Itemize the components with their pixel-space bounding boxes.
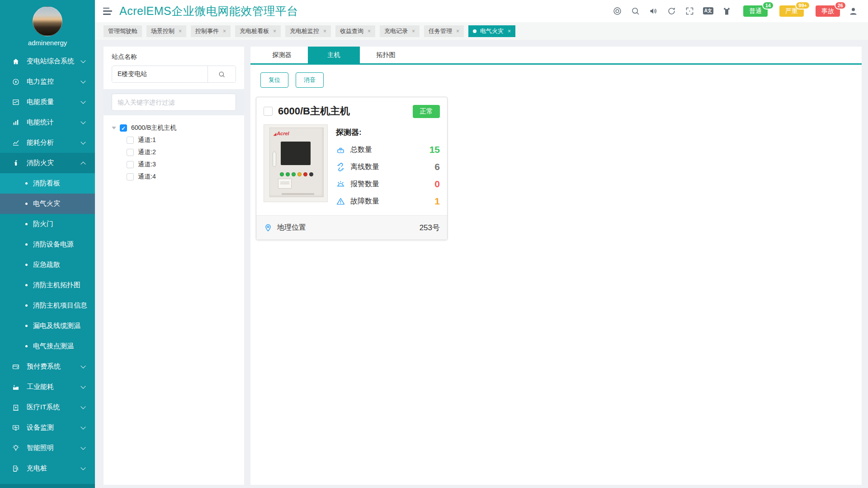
host-card-footer: 地理位置 253号	[256, 215, 447, 240]
sidebar-subitem-label: 应急疏散	[33, 261, 60, 269]
sidebar-subitem[interactable]: 消防看板	[0, 173, 95, 194]
metrics-section-label: 探测器:	[336, 127, 440, 137]
sidebar-item-medical[interactable]: 医疗IT系统	[0, 397, 95, 417]
metric-row: 总数量15	[336, 141, 440, 158]
tree-child-label: 通道:2	[138, 148, 156, 156]
sidebar-subitem[interactable]: 防火门	[0, 214, 95, 234]
sidebar-item-home[interactable]: 变电站综合系统	[0, 51, 95, 71]
lifebuoy-icon[interactable]	[613, 6, 622, 16]
tree-filter-input[interactable]	[112, 94, 236, 111]
sidebar-submenu: 消防看板电气火灾防火门消防设备电源应急疏散消防主机拓扑图消防主机项目信息漏电及线…	[0, 173, 95, 356]
metric-row: 故障数量1	[336, 193, 440, 210]
avatar[interactable]	[33, 6, 62, 36]
toolbar: 复位消音	[250, 65, 862, 88]
tree-root-checkbox[interactable]: ✓	[120, 124, 127, 132]
industry-icon	[12, 383, 20, 391]
sidebar-subitem[interactable]: 应急疏散	[0, 255, 95, 275]
location-pin-icon	[264, 223, 273, 232]
sidebar-subitem[interactable]: 电气接点测温	[0, 336, 95, 356]
tab-close-icon[interactable]: ×	[368, 28, 371, 34]
metric-value: 6	[434, 161, 440, 172]
sidebar-item-quality[interactable]: 电能质量	[0, 92, 95, 112]
sidebar-item-power[interactable]: 电力监控	[0, 71, 95, 92]
tree-expand-caret-icon[interactable]	[112, 127, 116, 129]
page-tab-7[interactable]: 充电记录×	[380, 25, 420, 37]
tab-close-icon[interactable]: ×	[508, 28, 511, 34]
content-area: 站点名称 ✓ 6000/B主机主机 通道:1通道:2通道:	[95, 40, 868, 488]
sidebar: adminenergy 变电站综合系统电力监控电能质量电能统计能耗分析消防火灾消…	[0, 0, 95, 488]
page-tab-3[interactable]: 控制事件×	[191, 25, 231, 37]
tab-close-icon[interactable]: ×	[223, 28, 226, 34]
menu-toggle-icon[interactable]	[103, 8, 112, 15]
tab-close-icon[interactable]: ×	[273, 28, 276, 34]
tab-close-icon[interactable]: ×	[179, 28, 182, 34]
refresh-icon[interactable]	[667, 6, 676, 16]
sidebar-subitem[interactable]: 电气火灾	[0, 194, 95, 214]
chevron-up-icon	[80, 161, 85, 166]
metric-label: 故障数量	[350, 197, 379, 206]
translate-icon[interactable]: A文	[703, 7, 713, 14]
tree-child-checkbox[interactable]	[127, 137, 134, 144]
page-tab-5[interactable]: 充电桩监控×	[285, 25, 331, 37]
host-card-checkbox[interactable]	[264, 107, 273, 116]
tree-child-row[interactable]: 通道:4	[112, 171, 236, 183]
medical-icon	[12, 403, 20, 412]
page-tab-8[interactable]: 任务管理×	[424, 25, 464, 37]
tree-child-checkbox[interactable]	[127, 149, 134, 156]
alert-chip-1[interactable]: 普通14	[743, 5, 768, 17]
page-tab-2[interactable]: 场景控制×	[146, 25, 186, 37]
app-title: AcrelEMS企业微电网能效管理平台	[119, 4, 298, 19]
sidebar-item-device[interactable]: 设备监测	[0, 417, 95, 438]
toolbar-button[interactable]: 复位	[260, 72, 288, 88]
tree-child-checkbox[interactable]	[127, 173, 134, 180]
page-tab-9[interactable]: 电气火灾×	[468, 25, 515, 37]
tree-root-row[interactable]: ✓ 6000/B主机主机	[112, 122, 236, 134]
alert-chip-3[interactable]: 事故26	[816, 5, 840, 17]
detail-tab[interactable]: 探测器	[256, 47, 308, 63]
sidebar-subitem-label: 电气接点测温	[33, 342, 74, 351]
fullscreen-icon[interactable]	[685, 6, 694, 16]
sidebar-item-stats[interactable]: 电能统计	[0, 112, 95, 133]
tab-close-icon[interactable]: ×	[323, 28, 326, 34]
alert-chip-2[interactable]: 严重99+	[779, 5, 804, 17]
sidebar-subitem[interactable]: 消防设备电源	[0, 234, 95, 255]
detail-tab[interactable]: 拓扑图	[360, 47, 412, 63]
detail-tabs: 探测器主机拓扑图	[250, 47, 862, 65]
sidebar-item-label: 预付费系统	[27, 362, 81, 371]
sidebar-item-label: 变电站综合系统	[27, 57, 81, 66]
tree-children: 通道:1通道:2通道:3通道:4	[112, 134, 236, 183]
theme-icon[interactable]	[722, 6, 731, 16]
user-icon[interactable]	[849, 6, 858, 16]
offline-icon	[336, 162, 345, 172]
sidebar-subitem-label: 电气火灾	[33, 199, 60, 208]
sidebar-item-industry[interactable]: 工业能耗	[0, 377, 95, 397]
tree-child-checkbox[interactable]	[127, 161, 134, 168]
sidebar-item-charger[interactable]: 充电桩	[0, 458, 95, 479]
volume-icon[interactable]	[649, 6, 658, 16]
sidebar-subitem[interactable]: 漏电及线缆测温	[0, 316, 95, 336]
sidebar-subitem-label: 消防主机拓扑图	[33, 281, 80, 289]
tree-child-row[interactable]: 通道:2	[112, 146, 236, 158]
host-card-body: Acrel	[256, 123, 447, 215]
site-search-button[interactable]	[208, 66, 236, 82]
page-tab-4[interactable]: 充电桩看板×	[235, 25, 281, 37]
toolbar-button[interactable]: 消音	[296, 72, 324, 88]
site-search-input[interactable]	[112, 66, 208, 82]
sidebar-footer-strip	[0, 484, 95, 488]
sidebar-item-analysis[interactable]: 能耗分析	[0, 133, 95, 153]
detail-tab[interactable]: 主机	[308, 47, 360, 63]
sidebar-subitem[interactable]: 消防主机项目信息	[0, 295, 95, 316]
sidebar-item-fire[interactable]: 消防火灾	[0, 153, 95, 173]
sidebar-item-light[interactable]: 智能照明	[0, 438, 95, 458]
tree-child-row[interactable]: 通道:3	[112, 158, 236, 171]
page-tab-6[interactable]: 收益查询×	[335, 25, 375, 37]
page-tab-1[interactable]: 管理驾驶舱	[104, 25, 142, 37]
sidebar-item-prepay[interactable]: 预付费系统	[0, 356, 95, 377]
tree-child-row[interactable]: 通道:1	[112, 134, 236, 146]
device-tree: ✓ 6000/B主机主机 通道:1通道:2通道:3通道:4	[104, 115, 244, 189]
search-icon[interactable]	[631, 6, 640, 16]
sidebar-subitem[interactable]: 消防主机拓扑图	[0, 275, 95, 295]
alert-count-badge: 99+	[795, 1, 810, 9]
tab-close-icon[interactable]: ×	[456, 28, 459, 34]
tab-close-icon[interactable]: ×	[412, 28, 415, 34]
